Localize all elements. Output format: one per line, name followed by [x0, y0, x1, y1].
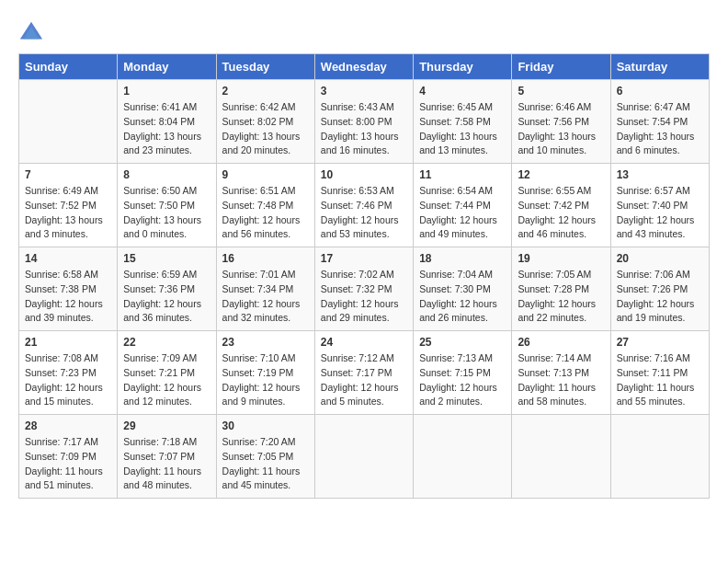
calendar-cell [19, 80, 118, 164]
day-info: Sunrise: 6:49 AMSunset: 7:52 PMDaylight:… [25, 184, 111, 242]
calendar-table: SundayMondayTuesdayWednesdayThursdayFrid… [18, 53, 710, 499]
day-info: Sunrise: 7:20 AMSunset: 7:05 PMDaylight:… [222, 435, 309, 493]
day-number: 7 [25, 168, 111, 181]
calendar-cell: 19Sunrise: 7:05 AMSunset: 7:28 PMDayligh… [512, 247, 610, 331]
calendar-cell: 25Sunrise: 7:13 AMSunset: 7:15 PMDayligh… [414, 331, 512, 415]
calendar-cell: 29Sunrise: 7:18 AMSunset: 7:07 PMDayligh… [118, 415, 216, 499]
calendar-cell: 22Sunrise: 7:09 AMSunset: 7:21 PMDayligh… [118, 331, 216, 415]
day-info: Sunrise: 7:09 AMSunset: 7:21 PMDaylight:… [123, 351, 210, 409]
day-number: 4 [419, 85, 506, 98]
weekday-header-saturday: Saturday [610, 54, 709, 80]
day-info: Sunrise: 6:54 AMSunset: 7:44 PMDaylight:… [419, 184, 506, 242]
calendar-cell [610, 415, 709, 499]
day-number: 15 [123, 252, 210, 265]
calendar-cell: 30Sunrise: 7:20 AMSunset: 7:05 PMDayligh… [216, 415, 314, 499]
day-number: 18 [419, 252, 506, 265]
calendar-cell: 23Sunrise: 7:10 AMSunset: 7:19 PMDayligh… [216, 331, 314, 415]
calendar-cell: 18Sunrise: 7:04 AMSunset: 7:30 PMDayligh… [414, 247, 512, 331]
day-info: Sunrise: 7:17 AMSunset: 7:09 PMDaylight:… [25, 435, 111, 493]
day-info: Sunrise: 7:01 AMSunset: 7:34 PMDaylight:… [222, 268, 309, 326]
day-number: 9 [222, 168, 309, 181]
day-info: Sunrise: 7:14 AMSunset: 7:13 PMDaylight:… [518, 351, 604, 409]
day-info: Sunrise: 7:12 AMSunset: 7:17 PMDaylight:… [321, 351, 407, 409]
calendar-cell: 12Sunrise: 6:55 AMSunset: 7:42 PMDayligh… [512, 164, 610, 247]
day-number: 17 [321, 252, 407, 265]
calendar-cell: 17Sunrise: 7:02 AMSunset: 7:32 PMDayligh… [314, 247, 413, 331]
calendar-cell: 9Sunrise: 6:51 AMSunset: 7:48 PMDaylight… [216, 164, 314, 247]
day-info: Sunrise: 7:02 AMSunset: 7:32 PMDaylight:… [321, 268, 407, 326]
day-number: 25 [419, 336, 506, 349]
calendar-cell: 13Sunrise: 6:57 AMSunset: 7:40 PMDayligh… [610, 164, 709, 247]
day-number: 21 [25, 336, 111, 349]
day-info: Sunrise: 7:08 AMSunset: 7:23 PMDaylight:… [25, 351, 111, 409]
calendar-cell: 10Sunrise: 6:53 AMSunset: 7:46 PMDayligh… [314, 164, 413, 247]
day-info: Sunrise: 7:13 AMSunset: 7:15 PMDaylight:… [419, 351, 506, 409]
calendar-body: 1Sunrise: 6:41 AMSunset: 8:04 PMDaylight… [19, 80, 710, 499]
day-number: 14 [25, 252, 111, 265]
calendar-cell: 5Sunrise: 6:46 AMSunset: 7:56 PMDaylight… [512, 80, 610, 164]
calendar-week-row: 1Sunrise: 6:41 AMSunset: 8:04 PMDaylight… [19, 80, 710, 164]
calendar-cell [512, 415, 610, 499]
day-info: Sunrise: 7:10 AMSunset: 7:19 PMDaylight:… [222, 351, 309, 409]
day-info: Sunrise: 7:05 AMSunset: 7:28 PMDaylight:… [518, 268, 604, 326]
weekday-header-tuesday: Tuesday [216, 54, 314, 80]
calendar-cell: 4Sunrise: 6:45 AMSunset: 7:58 PMDaylight… [414, 80, 512, 164]
weekday-header-wednesday: Wednesday [314, 54, 413, 80]
day-number: 27 [617, 336, 703, 349]
day-info: Sunrise: 6:58 AMSunset: 7:38 PMDaylight:… [25, 268, 111, 326]
day-number: 24 [321, 336, 407, 349]
calendar-week-row: 21Sunrise: 7:08 AMSunset: 7:23 PMDayligh… [19, 331, 710, 415]
day-number: 28 [25, 419, 111, 432]
calendar-cell: 28Sunrise: 7:17 AMSunset: 7:09 PMDayligh… [19, 415, 118, 499]
day-info: Sunrise: 6:55 AMSunset: 7:42 PMDaylight:… [518, 184, 604, 242]
day-number: 2 [222, 85, 309, 98]
day-number: 29 [123, 419, 210, 432]
day-number: 11 [419, 168, 506, 181]
calendar-cell: 3Sunrise: 6:43 AMSunset: 8:00 PMDaylight… [314, 80, 413, 164]
weekday-header-monday: Monday [118, 54, 216, 80]
calendar-cell: 20Sunrise: 7:06 AMSunset: 7:26 PMDayligh… [610, 247, 709, 331]
day-number: 26 [518, 336, 604, 349]
page-header [18, 18, 710, 44]
calendar-cell: 11Sunrise: 6:54 AMSunset: 7:44 PMDayligh… [414, 164, 512, 247]
day-info: Sunrise: 6:42 AMSunset: 8:02 PMDaylight:… [222, 100, 309, 158]
day-number: 1 [123, 85, 210, 98]
calendar-cell: 2Sunrise: 6:42 AMSunset: 8:02 PMDaylight… [216, 80, 314, 164]
day-info: Sunrise: 6:57 AMSunset: 7:40 PMDaylight:… [617, 184, 703, 242]
weekday-header-row: SundayMondayTuesdayWednesdayThursdayFrid… [19, 54, 710, 80]
calendar-cell: 8Sunrise: 6:50 AMSunset: 7:50 PMDaylight… [118, 164, 216, 247]
day-info: Sunrise: 6:41 AMSunset: 8:04 PMDaylight:… [123, 100, 210, 158]
day-number: 19 [518, 252, 604, 265]
calendar-cell: 24Sunrise: 7:12 AMSunset: 7:17 PMDayligh… [314, 331, 413, 415]
calendar-cell: 15Sunrise: 6:59 AMSunset: 7:36 PMDayligh… [118, 247, 216, 331]
day-info: Sunrise: 7:16 AMSunset: 7:11 PMDaylight:… [617, 351, 703, 409]
day-number: 22 [123, 336, 210, 349]
calendar-cell [414, 415, 512, 499]
logo-icon [18, 18, 44, 44]
day-number: 8 [123, 168, 210, 181]
calendar-week-row: 14Sunrise: 6:58 AMSunset: 7:38 PMDayligh… [19, 247, 710, 331]
day-info: Sunrise: 6:46 AMSunset: 7:56 PMDaylight:… [518, 100, 604, 158]
day-info: Sunrise: 7:18 AMSunset: 7:07 PMDaylight:… [123, 435, 210, 493]
calendar-cell: 1Sunrise: 6:41 AMSunset: 8:04 PMDaylight… [118, 80, 216, 164]
day-number: 13 [617, 168, 703, 181]
day-info: Sunrise: 6:47 AMSunset: 7:54 PMDaylight:… [617, 100, 703, 158]
calendar-cell: 26Sunrise: 7:14 AMSunset: 7:13 PMDayligh… [512, 331, 610, 415]
day-info: Sunrise: 7:04 AMSunset: 7:30 PMDaylight:… [419, 268, 506, 326]
weekday-header-sunday: Sunday [19, 54, 118, 80]
day-number: 6 [617, 85, 703, 98]
day-number: 20 [617, 252, 703, 265]
calendar-cell: 6Sunrise: 6:47 AMSunset: 7:54 PMDaylight… [610, 80, 709, 164]
calendar-cell: 27Sunrise: 7:16 AMSunset: 7:11 PMDayligh… [610, 331, 709, 415]
calendar-week-row: 7Sunrise: 6:49 AMSunset: 7:52 PMDaylight… [19, 164, 710, 247]
calendar-cell [314, 415, 413, 499]
day-number: 5 [518, 85, 604, 98]
day-info: Sunrise: 6:51 AMSunset: 7:48 PMDaylight:… [222, 184, 309, 242]
day-info: Sunrise: 6:59 AMSunset: 7:36 PMDaylight:… [123, 268, 210, 326]
weekday-header-friday: Friday [512, 54, 610, 80]
calendar-cell: 7Sunrise: 6:49 AMSunset: 7:52 PMDaylight… [19, 164, 118, 247]
day-info: Sunrise: 6:50 AMSunset: 7:50 PMDaylight:… [123, 184, 210, 242]
calendar-cell: 21Sunrise: 7:08 AMSunset: 7:23 PMDayligh… [19, 331, 118, 415]
day-info: Sunrise: 6:43 AMSunset: 8:00 PMDaylight:… [321, 100, 407, 158]
day-info: Sunrise: 7:06 AMSunset: 7:26 PMDaylight:… [617, 268, 703, 326]
